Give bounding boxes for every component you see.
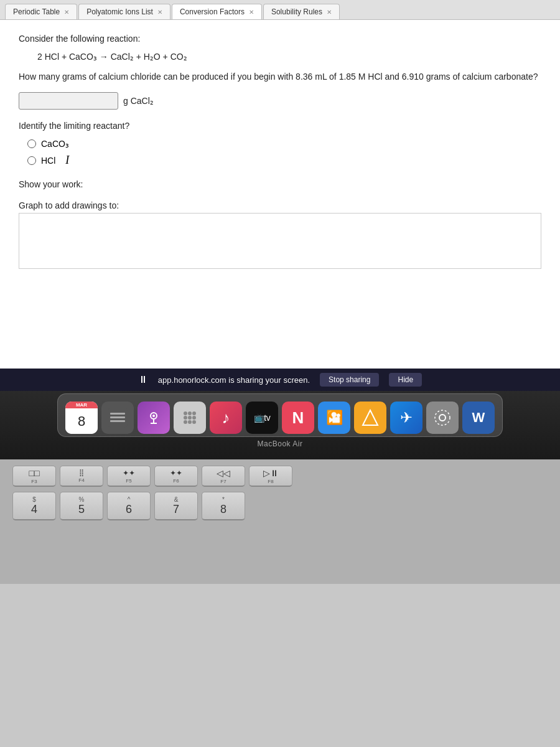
tab-bar: Periodic Table ✕ Polyatomic Ions List ✕ … <box>0 0 560 20</box>
pause-icon: ⏸ <box>138 374 148 385</box>
tab-conversion-factors[interactable]: Conversion Factors ✕ <box>172 4 262 19</box>
radio-option-hcl[interactable]: HCl I <box>27 154 541 167</box>
word-icon: W <box>472 410 485 426</box>
key-6-main: 6 <box>126 503 132 516</box>
consider-label: Consider the following reaction: <box>19 32 541 45</box>
dock-item-calendar[interactable]: MAR 8 <box>65 402 98 434</box>
stop-sharing-button[interactable]: Stop sharing <box>320 373 379 387</box>
f7-icon: ◁◁ <box>217 468 230 478</box>
cursor-icon: I <box>65 154 69 167</box>
svg-point-9 <box>188 411 192 415</box>
key-4-main: 4 <box>31 503 37 516</box>
dock-item-launchpad[interactable] <box>174 402 206 434</box>
hide-button[interactable]: Hide <box>389 373 422 387</box>
fn-key-row: □□ F3 ⣿ F4 ✦✦ F5 ✦✦ F6 ◁◁ F7 ▷⏸ F8 <box>12 466 548 487</box>
svg-point-5 <box>152 415 155 417</box>
key-f5[interactable]: ✦✦ F5 <box>107 466 151 487</box>
svg-point-8 <box>184 411 187 415</box>
tab-periodic-table[interactable]: Periodic Table ✕ <box>5 4 77 19</box>
question-text: How many grams of calcium chloride can b… <box>19 70 541 83</box>
dock-item-sketch[interactable] <box>354 402 386 434</box>
appstore-icon: ✈ <box>400 409 413 426</box>
key-8-main: 8 <box>220 503 226 516</box>
limiting-section: Identify the limiting reactant? CaCO₃ HC… <box>19 120 541 167</box>
dock-item-music[interactable]: ♪ <box>210 402 242 434</box>
radio-label-caco3: CaCO₃ <box>41 139 69 149</box>
svg-rect-1 <box>110 413 125 415</box>
dock: MAR 8 <box>57 393 503 437</box>
f3-icon: □□ <box>29 468 40 478</box>
keyboard-area: □□ F3 ⣿ F4 ✦✦ F5 ✦✦ F6 ◁◁ F7 ▷⏸ F8 $ 4 <box>0 459 560 584</box>
tab-polyatomic-ions[interactable]: Polyatomic Ions List ✕ <box>78 4 170 19</box>
appletv-label: 📺tv <box>254 413 270 423</box>
dock-item-podcasts[interactable] <box>138 402 170 434</box>
f8-icon: ▷⏸ <box>263 468 279 478</box>
key-7-top: & <box>174 496 179 503</box>
podcasts-icon <box>144 408 163 427</box>
calendar-month: MAR <box>65 402 98 408</box>
finder-icon <box>108 408 128 428</box>
svg-point-18 <box>439 415 446 421</box>
sketch-icon <box>361 408 380 427</box>
tab-close-solubility[interactable]: ✕ <box>327 9 332 16</box>
key-f4[interactable]: ⣿ F4 <box>60 466 103 487</box>
key-8-top: * <box>222 496 225 503</box>
reaction-equation: 2 HCl + CaCO₃ → CaCl₂ + H₂O + CO₂ <box>37 52 541 62</box>
dock-item-zoom[interactable]: 🎦 <box>318 402 350 434</box>
radio-circle-hcl <box>27 156 36 165</box>
key-8[interactable]: * 8 <box>202 492 245 520</box>
sysprefs-icon <box>433 408 452 427</box>
music-note-icon: ♪ <box>222 408 230 428</box>
dock-item-sysprefs[interactable] <box>426 402 459 434</box>
key-4[interactable]: $ 4 <box>12 492 56 520</box>
main-content: Consider the following reaction: 2 HCl +… <box>0 20 560 369</box>
answer-unit: g CaCl₂ <box>123 96 154 106</box>
svg-point-19 <box>435 410 450 425</box>
show-work-label: Show your work: <box>19 179 541 189</box>
svg-rect-3 <box>110 420 125 422</box>
dock-item-appstore[interactable]: ✈ <box>390 402 422 434</box>
num-key-row: $ 4 % 5 ^ 6 & 7 * 8 <box>12 492 548 520</box>
share-message: app.honorlock.com is sharing your screen… <box>158 375 310 385</box>
key-f7[interactable]: ◁◁ F7 <box>202 466 245 487</box>
key-4-top: $ <box>32 496 36 503</box>
tab-close-polyatomic[interactable]: ✕ <box>157 9 162 16</box>
tab-solubility-rules[interactable]: Solubility Rules ✕ <box>263 4 340 19</box>
graph-section: Graph to add drawings to: <box>19 200 541 269</box>
radio-label-hcl: HCl <box>41 156 55 166</box>
dock-item-appletv[interactable]: 📺tv <box>246 402 278 434</box>
tab-label: Polyatomic Ions List <box>86 7 153 16</box>
key-f8[interactable]: ▷⏸ F8 <box>249 466 292 487</box>
key-5[interactable]: % 5 <box>60 492 103 520</box>
graph-label: Graph to add drawings to: <box>19 200 541 210</box>
limiting-label: Identify the limiting reactant? <box>19 120 541 133</box>
key-f6[interactable]: ✦✦ F6 <box>154 466 198 487</box>
svg-point-13 <box>192 416 196 420</box>
dock-item-news[interactable]: N <box>282 402 314 434</box>
svg-point-14 <box>184 420 187 424</box>
svg-point-15 <box>188 420 192 424</box>
share-bar: ⏸ app.honorlock.com is sharing your scre… <box>0 369 560 391</box>
key-6[interactable]: ^ 6 <box>107 492 151 520</box>
svg-point-16 <box>192 420 196 424</box>
dock-item-finder[interactable] <box>101 402 134 434</box>
macos-area: MAR 8 <box>0 391 560 459</box>
tab-close-periodic[interactable]: ✕ <box>64 9 69 16</box>
radio-option-caco3[interactable]: CaCO₃ <box>27 139 541 149</box>
drawing-canvas[interactable] <box>19 213 541 269</box>
f6-icon: ✦✦ <box>170 469 182 477</box>
news-icon: N <box>292 408 304 428</box>
key-5-top: % <box>79 496 85 503</box>
answer-row: g CaCl₂ <box>19 92 541 110</box>
key-f3[interactable]: □□ F3 <box>12 466 56 487</box>
answer-input[interactable] <box>19 92 118 110</box>
svg-marker-17 <box>363 410 378 425</box>
f4-icon: ⣿ <box>79 469 84 477</box>
tab-label: Conversion Factors <box>180 7 245 16</box>
dock-item-word[interactable]: W <box>462 402 495 434</box>
camera-icon: 🎦 <box>326 410 343 426</box>
macbook-label: MacBook Air <box>258 439 303 448</box>
show-work-section: Show your work: <box>19 179 541 189</box>
tab-close-conversion[interactable]: ✕ <box>249 9 254 16</box>
key-7[interactable]: & 7 <box>154 492 198 520</box>
